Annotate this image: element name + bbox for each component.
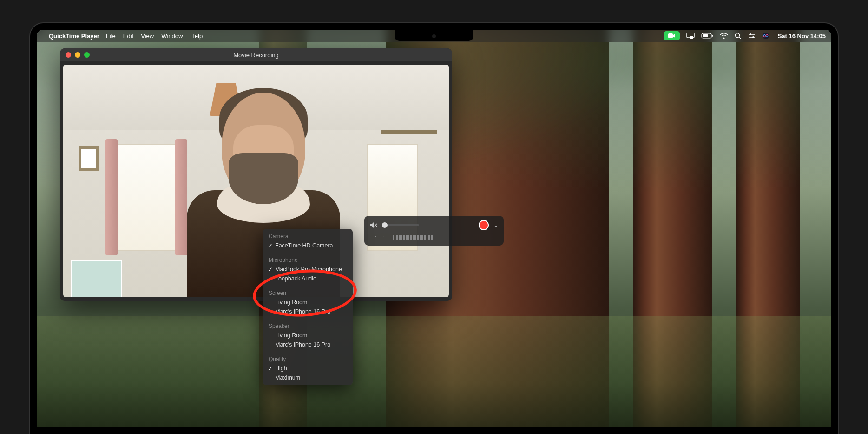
options-chevron-icon[interactable]: ⌄ bbox=[493, 222, 498, 228]
svg-point-7 bbox=[735, 33, 739, 37]
notch bbox=[395, 30, 473, 41]
facetime-active-icon[interactable] bbox=[664, 31, 680, 40]
laptop-frame: QuickTime Player File Edit View Window H… bbox=[30, 23, 838, 434]
volume-slider[interactable] bbox=[382, 224, 419, 226]
menubar-clock[interactable]: Sat 16 Nov 14:05 bbox=[778, 33, 826, 40]
menu-file[interactable]: File bbox=[106, 33, 116, 40]
screen-mirroring-icon[interactable] bbox=[686, 33, 695, 39]
svg-rect-0 bbox=[668, 33, 673, 38]
screen: QuickTime Player File Edit View Window H… bbox=[37, 30, 831, 427]
quality-option-high[interactable]: High bbox=[263, 364, 353, 373]
dropdown-header-speaker: Speaker bbox=[263, 321, 353, 331]
dropdown-header-quality: Quality bbox=[263, 354, 353, 364]
record-button[interactable] bbox=[479, 220, 489, 230]
svg-point-6 bbox=[723, 37, 724, 39]
dropdown-header-camera: Camera bbox=[263, 232, 353, 241]
svg-rect-2 bbox=[690, 36, 693, 39]
volume-mute-icon[interactable] bbox=[370, 222, 377, 228]
app-name[interactable]: QuickTime Player bbox=[49, 33, 99, 40]
battery-icon[interactable] bbox=[701, 33, 713, 39]
menu-edit[interactable]: Edit bbox=[123, 33, 133, 40]
search-icon[interactable] bbox=[735, 33, 742, 40]
camera-preview bbox=[63, 65, 449, 297]
svg-point-10 bbox=[750, 33, 751, 35]
wifi-icon[interactable] bbox=[720, 33, 728, 39]
camera-option-facetime[interactable]: FaceTime HD Camera bbox=[263, 241, 353, 250]
recording-time: -- : -- : -- bbox=[370, 234, 388, 240]
speaker-option-iphone[interactable]: Marc's iPhone 16 Pro bbox=[263, 340, 353, 349]
window-title: Movie Recording bbox=[60, 52, 452, 59]
menu-help[interactable]: Help bbox=[190, 33, 203, 40]
dropdown-header-microphone: Microphone bbox=[263, 255, 353, 265]
speaker-option-living-room[interactable]: Living Room bbox=[263, 331, 353, 340]
svg-point-12 bbox=[752, 36, 754, 38]
quality-option-maximum[interactable]: Maximum bbox=[263, 373, 353, 382]
recording-controls: ⌄ -- : -- : -- bbox=[364, 216, 504, 246]
screen-option-living-room[interactable]: Living Room bbox=[263, 298, 353, 307]
quicktime-window: Movie Recording bbox=[60, 48, 452, 301]
svg-line-8 bbox=[739, 37, 741, 39]
svg-rect-4 bbox=[703, 34, 708, 37]
screen-option-iphone[interactable]: Marc's iPhone 16 Pro bbox=[263, 307, 353, 316]
dropdown-header-screen: Screen bbox=[263, 288, 353, 298]
svg-rect-5 bbox=[712, 35, 713, 37]
mic-option-loopback[interactable]: Loopback Audio bbox=[263, 274, 353, 283]
recording-options-menu: Camera FaceTime HD Camera Microphone Mac… bbox=[263, 229, 353, 385]
siri-icon[interactable] bbox=[762, 32, 769, 40]
audio-level-meter bbox=[393, 235, 435, 240]
menu-view[interactable]: View bbox=[141, 33, 154, 40]
control-center-icon[interactable] bbox=[748, 33, 756, 39]
mic-option-macbook[interactable]: MacBook Pro Microphone bbox=[263, 265, 353, 274]
menu-window[interactable]: Window bbox=[161, 33, 183, 40]
window-titlebar[interactable]: Movie Recording bbox=[60, 48, 452, 61]
